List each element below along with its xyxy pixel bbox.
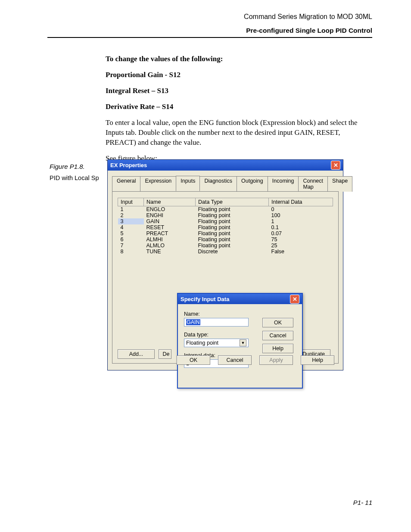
tab-general[interactable]: General bbox=[112, 176, 140, 192]
col-name[interactable]: Name bbox=[144, 198, 196, 206]
figure-number: Figure P1.8. bbox=[50, 163, 106, 170]
ex-titlebar[interactable]: EX Properties ✕ bbox=[108, 160, 343, 171]
table-row[interactable]: 7ALMLOFloating point25 bbox=[118, 243, 333, 249]
dlg-cancel-button[interactable]: Cancel bbox=[262, 331, 293, 340]
datatype-select[interactable]: Floating point ▼ bbox=[184, 339, 249, 347]
table-row[interactable]: 5PREACTFloating point0.07 bbox=[118, 230, 333, 236]
ex-properties-window: EX Properties ✕ General Expression Input… bbox=[107, 159, 343, 370]
dlg-titlebar[interactable]: Specify Input Data ✕ bbox=[178, 294, 302, 304]
ok-button[interactable]: OK bbox=[177, 355, 210, 365]
label-name: Name: bbox=[184, 311, 296, 317]
delete-button-partial[interactable]: De bbox=[159, 349, 171, 359]
table-row[interactable]: 8TUNEDiscreteFalse bbox=[118, 249, 333, 255]
datatype-value: Floating point bbox=[186, 340, 218, 346]
page-number: P1- 11 bbox=[353, 499, 372, 506]
tab-shape[interactable]: Shape bbox=[327, 176, 352, 192]
item-derivative: Derivative Rate – S14 bbox=[106, 102, 372, 112]
inputs-table[interactable]: Input Name Data Type Internal Data 1ENGL… bbox=[118, 198, 333, 255]
tab-diagnostics[interactable]: Diagnostics bbox=[199, 176, 237, 192]
chevron-down-icon[interactable]: ▼ bbox=[240, 339, 246, 346]
col-input[interactable]: Input bbox=[118, 198, 144, 206]
specify-input-dialog: Specify Input Data ✕ Name: GAIN Data typ… bbox=[177, 293, 303, 389]
table-row[interactable]: 4RESETFloating point0.1 bbox=[118, 224, 333, 230]
tab-body: Input Name Data Type Internal Data 1ENGL… bbox=[112, 191, 339, 364]
item-gain: Proportional Gain - S12 bbox=[106, 70, 372, 80]
figure-caption: PID with Local Sp bbox=[50, 174, 106, 181]
table-row-selected[interactable]: 3GAINFloating point1 bbox=[118, 218, 333, 224]
tab-inputs[interactable]: Inputs bbox=[176, 176, 200, 191]
header-section-title: Pre-configured Single Loop PID Control bbox=[47, 27, 372, 34]
header-doc-title: Command Series Migration to MOD 30ML bbox=[47, 13, 372, 21]
header-rule bbox=[47, 37, 372, 38]
item-reset: Integral Reset – S13 bbox=[106, 86, 372, 96]
close-icon[interactable]: ✕ bbox=[290, 295, 299, 304]
apply-button[interactable]: Apply bbox=[259, 355, 293, 365]
col-datatype[interactable]: Data Type bbox=[196, 198, 269, 206]
dlg-title: Specify Input Data bbox=[181, 296, 229, 302]
help-button[interactable]: Help bbox=[301, 355, 334, 365]
table-row[interactable]: 6ALMHIFloating point75 bbox=[118, 236, 333, 243]
ex-dialog-buttons: OK Cancel Apply Help bbox=[177, 355, 337, 365]
dlg-ok-button[interactable]: OK bbox=[262, 318, 293, 327]
tab-connect-map[interactable]: Connect Map bbox=[298, 176, 328, 192]
tab-incoming[interactable]: Incoming bbox=[268, 176, 299, 192]
table-row[interactable]: 1ENGLOFloating point0 bbox=[118, 206, 333, 213]
tab-outgoing[interactable]: Outgoing bbox=[237, 176, 268, 192]
table-row[interactable]: 2ENGHIFloating point100 bbox=[118, 212, 333, 218]
cancel-button[interactable]: Cancel bbox=[218, 355, 252, 365]
add-button[interactable]: Add... bbox=[118, 349, 155, 359]
inputs-tbody: 1ENGLOFloating point0 2ENGHIFloating poi… bbox=[118, 206, 333, 255]
ex-title: EX Properties bbox=[110, 162, 147, 168]
name-field[interactable]: GAIN bbox=[184, 318, 249, 327]
dlg-help-button[interactable]: Help bbox=[262, 344, 293, 353]
tab-strip: General Expression Inputs Diagnostics Ou… bbox=[112, 176, 339, 191]
instruction-paragraph: To enter a local value, open the ENG fun… bbox=[106, 118, 372, 148]
col-internal[interactable]: Internal Data bbox=[269, 198, 333, 206]
close-icon[interactable]: ✕ bbox=[331, 161, 340, 170]
tab-expression[interactable]: Expression bbox=[140, 176, 176, 192]
section-heading: To change the values of the following: bbox=[106, 54, 372, 64]
